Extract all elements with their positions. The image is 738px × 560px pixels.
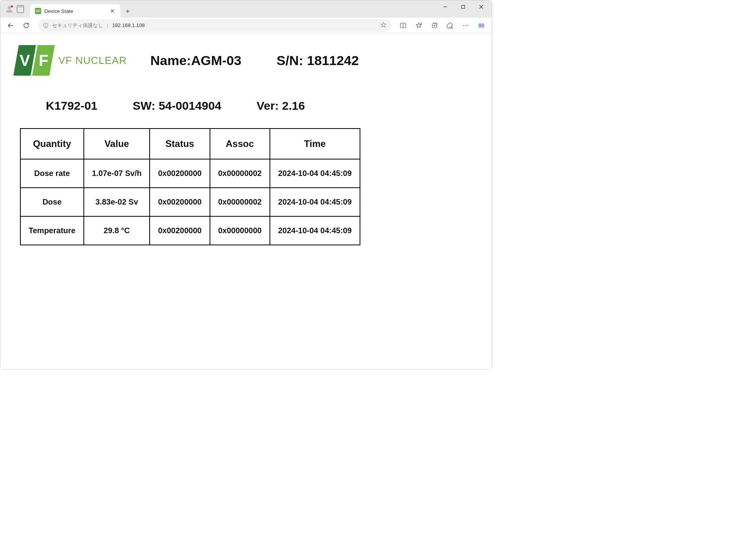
svg-point-8 [45,26,46,27]
serial-number: S/N: 1811242 [277,53,359,68]
readings-table: Quantity Value Status Assoc Time Dose ra… [20,128,360,245]
refresh-button[interactable] [19,19,33,32]
favorite-icon[interactable] [380,22,387,29]
tab-manager-icon[interactable] [17,5,24,13]
svg-point-1 [11,5,13,8]
security-label: セキュリティ保護なし [52,22,103,29]
page-content: V F VF NUCLEAR Name:AGM-03 S/N: 1811242 … [0,33,492,369]
cell-assoc: 0x00000002 [210,159,270,188]
cell-status: 0x00200000 [150,216,210,245]
cell-time: 2024-10-04 04:45:09 [270,216,360,245]
software-version: SW: 54-0014904 [133,99,221,112]
cell-quantity: Dose rate [20,159,84,188]
maximize-button[interactable] [454,0,472,13]
address-separator: | [107,22,108,28]
svg-marker-12 [416,23,421,27]
tab-favicon: VF [35,8,41,14]
cell-value: 29.8 °C [84,216,150,245]
col-status: Status [150,129,210,159]
table-row: Dose 3.83e-02 Sv 0x00200000 0x00000002 2… [20,188,360,216]
cell-time: 2024-10-04 04:45:09 [270,188,360,216]
svg-marker-9 [381,22,386,27]
svg-point-0 [8,6,11,9]
firmware-version: Ver: 2.16 [257,99,305,112]
tab-title: Device State [44,8,73,14]
not-secure-icon [43,22,49,29]
minimize-button[interactable] [436,0,454,13]
copilot-icon[interactable] [474,19,488,32]
svg-point-22 [467,25,468,25]
cell-time: 2024-10-04 04:45:09 [270,159,360,188]
table-row: Temperature 29.8 °C 0x00200000 0x0000000… [20,216,360,245]
cell-value: 3.83e-02 Sv [84,188,150,216]
col-assoc: Assoc [210,129,270,159]
browser-window: VF Device State ✕ ＋ セキュリティ保護なし | 192.168… [0,0,492,370]
cell-status: 0x00200000 [150,159,210,188]
device-name: Name:AGM-03 [150,53,241,68]
col-time: Time [270,129,360,159]
extensions-icon[interactable] [443,19,457,32]
profile-icon[interactable] [5,5,14,13]
address-bar[interactable]: セキュリティ保護なし | 192.168.1.108 [38,19,391,32]
col-value: Value [84,129,150,159]
url: 192.168.1.108 [112,22,145,28]
table-row: Dose rate 1.07e-07 Sv/h 0x00200000 0x000… [20,159,360,188]
logo-text: VF NUCLEAR [58,54,127,67]
collections-icon[interactable] [427,19,441,32]
back-button[interactable] [4,19,18,32]
new-tab-button[interactable]: ＋ [122,5,134,17]
window-controls [436,0,490,13]
svg-rect-3 [461,5,465,8]
favorites-icon[interactable] [412,19,426,32]
col-quantity: Quantity [20,129,84,159]
toolbar: セキュリティ保護なし | 192.168.1.108 [0,18,492,33]
browser-tab[interactable]: VF Device State ✕ [30,4,120,18]
cell-quantity: Temperature [20,216,84,245]
svg-point-21 [465,25,466,25]
cell-value: 1.07e-07 Sv/h [84,159,150,188]
close-tab-icon[interactable]: ✕ [109,8,116,14]
titlebar: VF Device State ✕ ＋ [0,0,492,18]
cell-assoc: 0x00000002 [210,188,270,216]
svg-point-20 [463,25,464,25]
logo: V F VF NUCLEAR [16,45,127,76]
cell-assoc: 0x00000000 [210,216,270,245]
split-screen-icon[interactable] [396,19,410,32]
model-code: K1792-01 [46,99,98,112]
cell-quantity: Dose [20,188,84,216]
cell-status: 0x00200000 [150,188,210,216]
logo-glyph-f: F [32,45,55,76]
close-window-button[interactable] [472,0,490,13]
more-menu-icon[interactable] [459,19,473,32]
table-header-row: Quantity Value Status Assoc Time [20,129,360,159]
